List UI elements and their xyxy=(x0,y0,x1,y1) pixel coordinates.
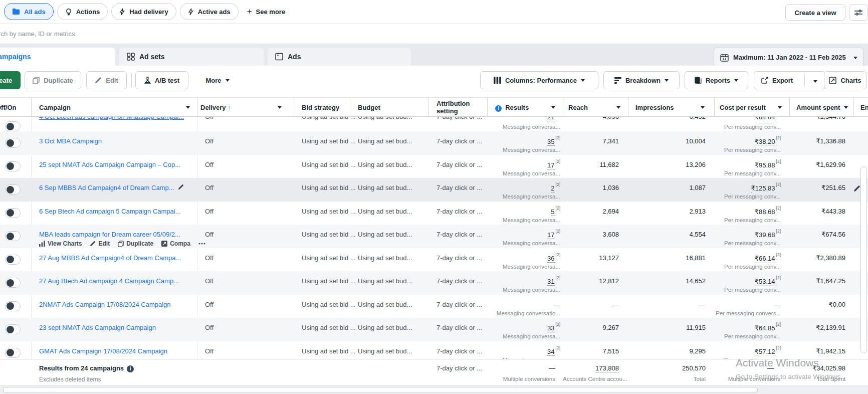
sort-caret[interactable] xyxy=(778,106,782,111)
chevron-down-icon xyxy=(853,57,857,61)
bid-strategy-cell: Using ad set bid ... xyxy=(302,324,356,331)
campaign-toggle[interactable] xyxy=(5,161,21,171)
columns-button[interactable]: Columns: Performance xyxy=(480,71,598,89)
campaign-toggle[interactable] xyxy=(5,278,21,288)
tab-campaigns[interactable]: Campaigns xyxy=(0,48,115,66)
col-reach[interactable]: Reach xyxy=(568,104,588,111)
campaign-toggle[interactable] xyxy=(5,138,21,148)
filter-all-ads[interactable]: All ads xyxy=(4,3,54,20)
amount-spent-cell: ₹1,336.88 xyxy=(789,137,845,145)
row-edit-pencil-icon[interactable] xyxy=(853,185,860,192)
create-view-button[interactable]: Create a view xyxy=(785,5,845,21)
campaign-link[interactable]: 4 Oct Btech ads campaign on whatsapp Cam… xyxy=(39,117,184,120)
sort-caret[interactable] xyxy=(701,106,705,111)
attribution-cell: 7-day click or ... xyxy=(437,117,482,120)
charts-button[interactable]: Charts xyxy=(824,71,866,89)
export-button[interactable]: Export xyxy=(754,71,826,89)
row-action-duplicate[interactable]: Duplicate xyxy=(118,240,153,247)
more-button[interactable]: More xyxy=(198,71,237,89)
edit-button[interactable]: Edit xyxy=(86,71,127,89)
campaign-link[interactable]: 25 sept NMAT Ads Campaign Campaign – Cop… xyxy=(39,161,180,168)
row-action-view-charts[interactable]: View Charts xyxy=(39,240,82,247)
filter-had-delivery[interactable]: Had delivery xyxy=(111,3,176,20)
campaign-link[interactable]: 3 Oct MBA Campaign xyxy=(39,137,102,145)
col-bid-strategy[interactable]: Bid strategy xyxy=(302,104,339,111)
row-action-compa[interactable]: Compa xyxy=(161,240,190,247)
campaign-toggle[interactable] xyxy=(5,208,21,218)
chevron-down-icon xyxy=(665,79,669,84)
col-amount-spent[interactable]: Amount spent xyxy=(796,104,840,111)
reports-button[interactable]: Reports xyxy=(685,71,748,89)
attribution-cell: 7-day click or ... xyxy=(437,231,482,238)
campaign-link[interactable]: 6 Sep MBBS Ad Campaign4 of Dream Camp... xyxy=(39,184,174,191)
filter-settings-button[interactable] xyxy=(849,5,868,21)
horizontal-scrollbar[interactable] xyxy=(3,387,758,393)
row-action-edit[interactable]: Edit xyxy=(90,240,110,247)
create-button[interactable]: Create xyxy=(0,71,21,89)
campaign-toggle[interactable] xyxy=(5,184,21,194)
col-impressions[interactable]: Impressions xyxy=(635,104,674,111)
sort-caret[interactable] xyxy=(551,106,555,111)
tab-ad-sets[interactable]: Ad sets xyxy=(119,48,264,66)
table-row: 23 sept NMAT Ads Campaign CampaignOffUsi… xyxy=(0,318,868,341)
search-bar[interactable]: Search by name, ID or metrics xyxy=(0,24,868,44)
campaign-link[interactable]: 2NMAT Ads Campaign 17/08/2024 Campaign xyxy=(39,301,171,308)
col-budget[interactable]: Budget xyxy=(358,104,380,111)
attribution-cell: 7-day click or ... xyxy=(437,254,482,262)
campaign-toggle[interactable] xyxy=(5,348,21,358)
lightbulb-icon xyxy=(65,8,72,16)
col-ends[interactable]: En xyxy=(860,104,868,111)
campaign-name-cell: 2NMAT Ads Campaign 17/08/2024 Campaign xyxy=(39,301,171,308)
table-body: 4 Oct Btech ads campaign on whatsapp Cam… xyxy=(0,117,868,359)
filter-active-ads[interactable]: Active ads xyxy=(180,3,239,20)
impressions-cell: 1,087 xyxy=(628,184,706,191)
campaign-toggle[interactable] xyxy=(5,324,21,334)
horizontal-scrollbar-track xyxy=(0,386,868,394)
vertical-scrollbar[interactable] xyxy=(860,166,867,353)
export-dropdown[interactable] xyxy=(813,80,817,85)
reach-cell: 3,608 xyxy=(563,231,619,238)
campaign-toggle[interactable] xyxy=(5,121,21,131)
breakdown-button[interactable]: Breakdown xyxy=(603,71,680,89)
campaign-link[interactable]: GMAT Ads Campaign 17/08/2024 Campaign xyxy=(39,347,167,355)
campaign-link[interactable]: 6 Sep Btech Ad campaign 5 Campaign Campa… xyxy=(39,208,181,215)
campaign-toggle[interactable] xyxy=(5,301,21,311)
col-off-on: Off/On xyxy=(0,104,16,111)
ab-test-button[interactable]: A/B test xyxy=(135,71,188,89)
toggle-knob xyxy=(7,139,14,147)
results-cell: 31[2] xyxy=(487,277,560,285)
edit-name-pencil-icon[interactable] xyxy=(178,184,184,191)
campaign-toggle[interactable] xyxy=(5,231,21,241)
folder-icon xyxy=(12,8,20,15)
sort-caret[interactable] xyxy=(844,106,848,111)
campaign-link[interactable]: MBA leads campaign for Dream career 05/0… xyxy=(39,231,180,238)
col-delivery[interactable]: Delivery ↑ xyxy=(200,104,231,111)
cost-per-result-cell: ₹39.68[2] xyxy=(714,231,781,239)
col-results[interactable]: i Results xyxy=(495,104,529,112)
sort-caret[interactable] xyxy=(278,106,282,111)
col-attribution-setting[interactable]: Attribution setting xyxy=(437,100,483,115)
bid-strategy-cell: Using ad set bid ... xyxy=(302,117,356,120)
cost-per-result-cell: ₹125.83[2] xyxy=(714,184,781,192)
tab-ads[interactable]: Ads xyxy=(268,48,411,66)
col-campaign[interactable]: Campaign xyxy=(39,104,71,111)
reach-cell: 1,036 xyxy=(563,184,619,191)
sort-caret[interactable] xyxy=(616,106,620,111)
filter-actions[interactable]: Actions xyxy=(57,3,108,20)
campaign-link[interactable]: 23 sept NMAT Ads Campaign Campaign xyxy=(39,324,156,331)
campaign-toggle[interactable] xyxy=(5,255,21,265)
amount-spent-cell: ₹674.56 xyxy=(789,231,845,238)
filter-see-more[interactable]: + See more xyxy=(242,3,290,20)
row-action-more[interactable] xyxy=(198,243,205,245)
campaign-link[interactable]: 27 Aug Btech Ad campaign 4 Campaign Camp… xyxy=(39,277,179,285)
duplicate-button[interactable]: Duplicate xyxy=(25,71,81,89)
col-cost-per-result[interactable]: Cost per result xyxy=(720,104,766,111)
campaign-link[interactable]: 27 Aug MBBS Ad Campaign4 of Dream Campa.… xyxy=(39,254,181,262)
amount-spent-cell: ₹2,380.89 xyxy=(789,254,845,262)
budget-cell: Using ad set bud... xyxy=(358,137,412,145)
campaign-name-cell: MBA leads campaign for Dream career 05/0… xyxy=(39,231,180,238)
info-icon[interactable]: i xyxy=(127,365,134,372)
date-range-picker[interactable]: Maximum: 11 Jan 2022 - 11 Feb 2025 xyxy=(714,48,864,67)
header-divider xyxy=(31,98,32,117)
sort-caret[interactable] xyxy=(186,106,190,111)
